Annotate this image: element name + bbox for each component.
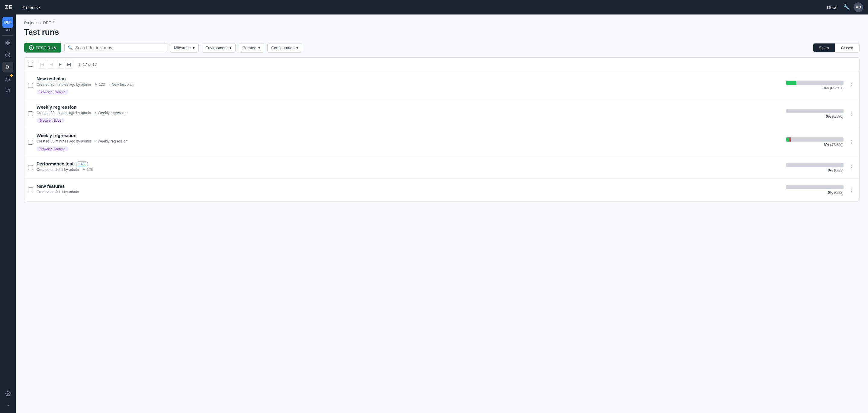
open-toggle-button[interactable]: Open [813,43,835,52]
content-area: Projects / DEF / Test runs + TEST RUN 🔍 … [16,14,868,413]
svg-marker-5 [6,65,10,69]
sidebar-item-dashboard[interactable] [2,37,13,48]
sidebar: DEF DEF → [0,14,16,413]
test-run-meta: Created 36 minutes ago by admin ⚑123 ≡Ne… [36,83,779,87]
test-run-name[interactable]: Weekly regression [36,104,779,109]
progress-pct: 0% [828,191,833,195]
created-date: Created 36 minutes ago by admin [36,83,91,87]
plus-circle-icon: + [29,45,34,50]
prev-page-button[interactable]: ◀ [47,60,55,68]
milestone-meta: ⚑123 [95,83,105,87]
progress-col: 8% (47/580) [783,137,843,147]
sidebar-project-badge[interactable]: DEF [2,17,13,28]
row-menu-button[interactable]: ⋮ [847,138,856,147]
progress-text: 8% (47/580) [824,143,843,147]
plan-value: Weekly regression [98,139,127,144]
progress-bar [786,81,843,85]
test-run-info: Weekly regression Created 38 minutes ago… [36,133,779,151]
test-run-name[interactable]: Performance test ENV [36,161,779,166]
list-icon: ≡ [108,83,110,86]
progress-text: 0% (0/580) [826,115,843,119]
table-controls: |◀ ◀ ▶ ▶| 1–17 of 17 [24,57,860,71]
test-run-title: Weekly regression [36,104,76,109]
created-date: Created 38 minutes ago by admin [36,111,91,115]
avatar[interactable]: AD [854,2,863,12]
svg-rect-1 [8,41,10,42]
table-row: New test plan Created 36 minutes ago by … [25,71,859,100]
new-test-run-button[interactable]: + TEST RUN [24,43,61,53]
select-all-checkbox[interactable] [28,62,33,67]
projects-menu-button[interactable]: Projects ▾ [19,4,43,11]
test-run-info: Performance test ENV Created on Jul 1 by… [36,161,779,173]
list-icon: ≡ [95,139,96,143]
notification-badge [10,74,13,77]
breadcrumb-projects[interactable]: Projects [24,21,38,25]
row-checkbox[interactable] [28,188,33,192]
docs-link[interactable]: Docs [827,5,837,10]
row-menu-button[interactable]: ⋮ [847,186,856,194]
environment-label: Environment [206,45,228,50]
plan-meta: ≡Weekly regression [95,139,127,144]
env-badge: ENV [76,161,89,166]
test-run-title: New test plan [36,76,66,81]
row-menu-button[interactable]: ⋮ [847,163,856,172]
progress-pct: 0% [828,168,833,172]
table-row: Weekly regression Created 38 minutes ago… [25,100,859,128]
sidebar-item-testruns[interactable] [2,62,13,72]
svg-point-7 [7,393,9,394]
new-test-run-label: TEST RUN [36,45,57,50]
sidebar-item-settings[interactable] [2,388,13,399]
test-run-title: Weekly regression [36,133,76,138]
tag-badge: Browser: Chrome [36,147,68,151]
first-page-button[interactable]: |◀ [38,60,46,68]
row-checkbox[interactable] [28,112,33,116]
test-run-name[interactable]: Weekly regression [36,133,779,138]
flag-icon: ⚑ [83,168,86,172]
row-menu-button[interactable]: ⋮ [847,81,856,90]
last-page-button[interactable]: ▶| [65,60,73,68]
configuration-filter[interactable]: Configuration ▾ [267,43,302,53]
breadcrumb: Projects / DEF / [24,21,860,25]
created-chevron-icon: ▾ [258,45,260,50]
progress-text: 18% (89/501) [822,86,843,90]
progress-detail: (0/22) [834,191,843,195]
search-input[interactable] [75,45,164,50]
sidebar-collapse-button[interactable]: → [2,400,13,411]
created-date: Created on Jul 1 by admin [36,167,79,172]
test-run-meta: Created on Jul 1 by admin ⚑123 [36,167,779,172]
progress-pct: 8% [824,143,829,147]
created-filter[interactable]: Created ▾ [239,43,264,53]
milestone-filter[interactable]: Milestone ▾ [170,43,199,53]
environment-filter[interactable]: Environment ▾ [202,43,236,53]
breadcrumb-project[interactable]: DEF [43,21,51,25]
progress-bar [786,185,843,189]
row-checkbox[interactable] [28,83,33,88]
progress-detail: (89/501) [830,86,843,90]
row-checkbox[interactable] [28,165,33,170]
progress-detail: (47/580) [830,143,843,147]
test-run-name[interactable]: New features [36,184,779,189]
progress-pct: 0% [826,115,831,119]
milestone-value: 123 [99,83,105,87]
breadcrumb-sep2: / [53,21,54,25]
milestone-value: 123 [87,167,93,172]
test-run-info: New features Created on Jul 1 by admin [36,184,779,196]
sidebar-item-announcements[interactable] [2,74,13,85]
sidebar-item-progress[interactable] [2,50,13,60]
test-run-name[interactable]: New test plan [36,76,779,81]
chevron-down-icon: ▾ [39,6,40,9]
closed-toggle-button[interactable]: Closed [835,43,859,52]
row-menu-button[interactable]: ⋮ [847,109,856,118]
app-logo: ZE [5,4,13,10]
search-box: 🔍 [64,43,167,52]
progress-text: 0% (0/22) [828,168,843,172]
plan-value: New test plan [112,83,134,87]
progress-col: 18% (89/501) [783,81,843,90]
sidebar-item-flag[interactable] [2,86,13,97]
progress-bar-green [786,137,789,141]
table-row: Performance test ENV Created on Jul 1 by… [25,156,859,179]
table-row: New features Created on Jul 1 by admin 0… [25,179,859,201]
row-checkbox[interactable] [28,140,33,145]
next-page-button[interactable]: ▶ [56,60,64,68]
wrench-icon[interactable]: 🔧 [842,3,851,12]
